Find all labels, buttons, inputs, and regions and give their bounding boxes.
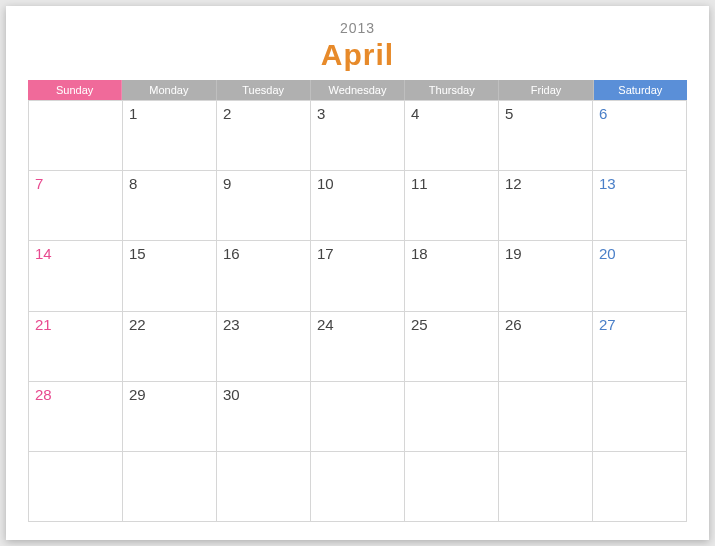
date-number: 27 bbox=[599, 316, 616, 333]
day-cell[interactable]: 3 bbox=[311, 101, 405, 171]
day-cell[interactable]: 28 bbox=[29, 382, 123, 452]
day-cell[interactable]: 26 bbox=[499, 312, 593, 382]
day-cell[interactable]: 25 bbox=[405, 312, 499, 382]
day-cell[interactable]: 2 bbox=[217, 101, 311, 171]
date-number: 22 bbox=[129, 316, 146, 333]
day-cell[interactable]: 27 bbox=[593, 312, 687, 382]
day-cell[interactable] bbox=[29, 452, 123, 522]
date-number: 5 bbox=[505, 105, 513, 122]
day-cell[interactable]: 4 bbox=[405, 101, 499, 171]
week-row: 28 29 30 bbox=[29, 382, 687, 452]
date-number: 23 bbox=[223, 316, 240, 333]
day-cell[interactable]: 7 bbox=[29, 171, 123, 241]
day-cell[interactable]: 21 bbox=[29, 312, 123, 382]
day-cell[interactable]: 1 bbox=[123, 101, 217, 171]
day-cell[interactable]: 6 bbox=[593, 101, 687, 171]
date-number: 16 bbox=[223, 245, 240, 262]
day-cell[interactable]: 23 bbox=[217, 312, 311, 382]
weekday-friday: Friday bbox=[499, 80, 593, 100]
date-number: 26 bbox=[505, 316, 522, 333]
date-number: 29 bbox=[129, 386, 146, 403]
day-cell[interactable] bbox=[311, 452, 405, 522]
weekday-sunday: Sunday bbox=[28, 80, 122, 100]
day-cell[interactable]: 13 bbox=[593, 171, 687, 241]
day-cell[interactable] bbox=[593, 452, 687, 522]
day-cell[interactable]: 9 bbox=[217, 171, 311, 241]
month-label: April bbox=[28, 38, 687, 72]
day-cell[interactable]: 5 bbox=[499, 101, 593, 171]
day-cell[interactable]: 12 bbox=[499, 171, 593, 241]
date-number: 18 bbox=[411, 245, 428, 262]
day-cell[interactable]: 14 bbox=[29, 241, 123, 311]
week-row: 14 15 16 17 18 19 20 bbox=[29, 241, 687, 311]
weekday-monday: Monday bbox=[122, 80, 216, 100]
day-cell[interactable] bbox=[593, 382, 687, 452]
day-cell[interactable]: 17 bbox=[311, 241, 405, 311]
date-number: 15 bbox=[129, 245, 146, 262]
date-number: 28 bbox=[35, 386, 52, 403]
date-number: 12 bbox=[505, 175, 522, 192]
weekday-tuesday: Tuesday bbox=[217, 80, 311, 100]
calendar-grid: 1 2 3 4 5 6 7 8 9 10 11 12 13 14 15 16 1… bbox=[28, 100, 687, 522]
date-number: 14 bbox=[35, 245, 52, 262]
date-number: 17 bbox=[317, 245, 334, 262]
day-cell[interactable]: 11 bbox=[405, 171, 499, 241]
date-number: 4 bbox=[411, 105, 419, 122]
weekday-wednesday: Wednesday bbox=[311, 80, 405, 100]
day-cell[interactable] bbox=[405, 452, 499, 522]
date-number: 13 bbox=[599, 175, 616, 192]
date-number: 24 bbox=[317, 316, 334, 333]
week-row bbox=[29, 452, 687, 522]
year-label: 2013 bbox=[28, 20, 687, 36]
day-cell[interactable] bbox=[405, 382, 499, 452]
day-cell[interactable]: 22 bbox=[123, 312, 217, 382]
day-cell[interactable]: 29 bbox=[123, 382, 217, 452]
date-number: 20 bbox=[599, 245, 616, 262]
date-number: 30 bbox=[223, 386, 240, 403]
weekday-thursday: Thursday bbox=[405, 80, 499, 100]
calendar-page: 2013 April Sunday Monday Tuesday Wednesd… bbox=[6, 6, 709, 540]
week-row: 7 8 9 10 11 12 13 bbox=[29, 171, 687, 241]
day-cell[interactable]: 8 bbox=[123, 171, 217, 241]
day-cell[interactable]: 16 bbox=[217, 241, 311, 311]
date-number: 10 bbox=[317, 175, 334, 192]
date-number: 6 bbox=[599, 105, 607, 122]
day-cell[interactable]: 18 bbox=[405, 241, 499, 311]
day-cell[interactable] bbox=[123, 452, 217, 522]
date-number: 1 bbox=[129, 105, 137, 122]
day-cell[interactable] bbox=[499, 452, 593, 522]
day-cell[interactable]: 19 bbox=[499, 241, 593, 311]
week-row: 21 22 23 24 25 26 27 bbox=[29, 312, 687, 382]
day-cell[interactable]: 15 bbox=[123, 241, 217, 311]
date-number: 25 bbox=[411, 316, 428, 333]
day-cell[interactable]: 24 bbox=[311, 312, 405, 382]
date-number: 19 bbox=[505, 245, 522, 262]
day-cell[interactable] bbox=[29, 101, 123, 171]
day-cell[interactable] bbox=[499, 382, 593, 452]
day-cell[interactable] bbox=[311, 382, 405, 452]
day-cell[interactable]: 20 bbox=[593, 241, 687, 311]
date-number: 21 bbox=[35, 316, 52, 333]
day-cell[interactable]: 30 bbox=[217, 382, 311, 452]
date-number: 2 bbox=[223, 105, 231, 122]
date-number: 11 bbox=[411, 175, 428, 192]
date-number: 8 bbox=[129, 175, 137, 192]
day-cell[interactable] bbox=[217, 452, 311, 522]
day-cell[interactable]: 10 bbox=[311, 171, 405, 241]
week-row: 1 2 3 4 5 6 bbox=[29, 101, 687, 171]
date-number: 7 bbox=[35, 175, 43, 192]
weekday-header-row: Sunday Monday Tuesday Wednesday Thursday… bbox=[28, 80, 687, 100]
date-number: 3 bbox=[317, 105, 325, 122]
weekday-saturday: Saturday bbox=[594, 80, 687, 100]
date-number: 9 bbox=[223, 175, 231, 192]
